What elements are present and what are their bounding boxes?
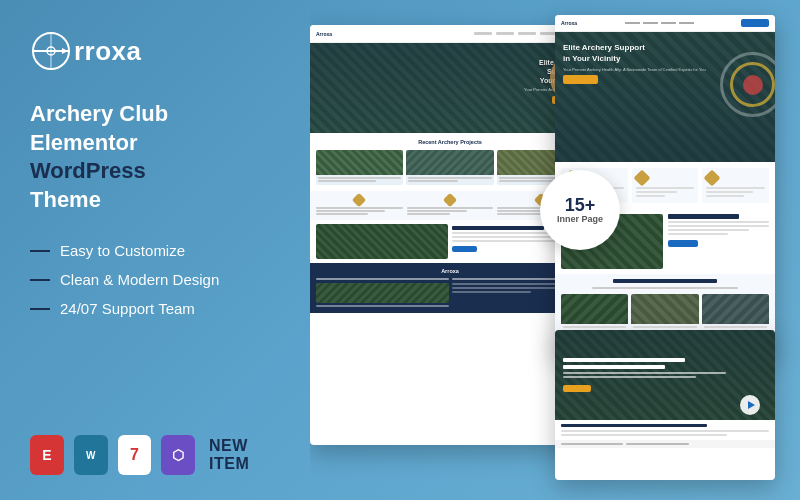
box-badge: ⬡ bbox=[161, 435, 195, 475]
mock2-services-grid bbox=[561, 294, 769, 330]
mock-project-card-1 bbox=[316, 150, 403, 185]
mock-about-img bbox=[316, 224, 448, 259]
new-item-label: NEW ITEM bbox=[209, 437, 280, 473]
mock-blog-img-1 bbox=[316, 283, 449, 303]
mock-nav-link-2 bbox=[496, 32, 514, 35]
features-list: Easy to Customize Clean & Modern Design … bbox=[30, 242, 280, 329]
mock2-about-line-1 bbox=[668, 221, 770, 223]
mock3-hero bbox=[555, 330, 775, 420]
mock2-service-line-2 bbox=[633, 326, 696, 328]
mock2-feat-3 bbox=[702, 168, 769, 203]
dash-icon-3 bbox=[30, 308, 50, 310]
mock2-service-2 bbox=[631, 294, 698, 330]
mock3-sub-2 bbox=[563, 376, 696, 378]
mock-projects-section: Recent Archery Projects bbox=[310, 133, 590, 191]
mock2-about-text bbox=[668, 214, 770, 269]
left-panel: rroxa Archery Club Elementor WordPress T… bbox=[0, 0, 310, 500]
mock-feat-line-1a bbox=[316, 207, 403, 209]
mock2-target-core bbox=[743, 75, 763, 95]
mock2-service-1 bbox=[561, 294, 628, 330]
mock3-caption-line-1 bbox=[561, 424, 707, 427]
mock-blog-grid bbox=[316, 278, 584, 308]
mock-blog-title: Arroxa bbox=[316, 268, 584, 274]
mock2-feat-line-2a bbox=[636, 187, 695, 189]
mock3-tag-1 bbox=[561, 443, 623, 445]
mock2-service-img-1 bbox=[561, 294, 628, 324]
wordpress-badge: W bbox=[74, 435, 108, 475]
mock2-about-btn bbox=[668, 240, 698, 247]
mock-about-l3 bbox=[452, 240, 558, 242]
title-line1: Archery Club Elementor bbox=[30, 100, 280, 157]
feature-label-1: Easy to Customize bbox=[60, 242, 185, 259]
page-container: rroxa Archery Club Elementor WordPress T… bbox=[0, 0, 800, 500]
feature-item-1: Easy to Customize bbox=[30, 242, 280, 259]
mock-nav-link-3 bbox=[518, 32, 536, 35]
feature-label-3: 24/07 Support Team bbox=[60, 300, 195, 317]
mock3-caption-line-2 bbox=[561, 430, 769, 432]
mock-nav-link-1 bbox=[474, 32, 492, 35]
feature-label-2: Clean & Modern Design bbox=[60, 271, 219, 288]
mock-logo: Arroxa bbox=[316, 31, 332, 37]
mock-blog-l1 bbox=[316, 305, 449, 307]
logo-text: rroxa bbox=[74, 36, 142, 67]
mock2-about-line-3 bbox=[668, 229, 749, 231]
mock3-caption bbox=[555, 420, 775, 440]
mock3-h1-line-2 bbox=[563, 365, 665, 369]
mock2-nav-links bbox=[625, 22, 694, 24]
mock2-feat-2 bbox=[632, 168, 699, 203]
mock3-tag-2 bbox=[626, 443, 688, 445]
box-icon: ⬡ bbox=[172, 447, 184, 463]
mock2-service-img-2 bbox=[631, 294, 698, 324]
logo: rroxa bbox=[30, 30, 280, 72]
mock-nav: Arroxa bbox=[310, 25, 590, 43]
mockup-third bbox=[555, 330, 775, 480]
mock3-cta bbox=[563, 385, 591, 392]
mock2-target bbox=[720, 52, 775, 117]
inner-pages-badge: 15+ Inner Page bbox=[540, 170, 620, 250]
mock2-feat-line-3a bbox=[706, 187, 765, 189]
mock-feature-1 bbox=[316, 195, 403, 216]
seven-icon: 7 bbox=[130, 446, 139, 464]
mock2-service-3 bbox=[702, 294, 769, 330]
mock-feat-line-1c bbox=[316, 213, 368, 215]
feature-item-3: 24/07 Support Team bbox=[30, 300, 280, 317]
mock-about-h bbox=[452, 226, 544, 230]
mock-blog-l3 bbox=[452, 287, 558, 289]
mock3-tags bbox=[555, 440, 775, 448]
mock2-nav: Arroxa bbox=[555, 15, 775, 32]
mock-about-btn bbox=[452, 246, 477, 252]
dash-icon-2 bbox=[30, 279, 50, 281]
mock-nav-links bbox=[474, 32, 558, 35]
elementor-badge: E bbox=[30, 435, 64, 475]
mock2-target-inner bbox=[730, 62, 775, 107]
mock2-services-sub bbox=[592, 287, 738, 289]
mock2-navlink-4 bbox=[679, 22, 694, 24]
wordpress-icon: W bbox=[86, 450, 95, 461]
feature-item-2: Clean & Modern Design bbox=[30, 271, 280, 288]
mock3-play-btn[interactable] bbox=[740, 395, 760, 415]
mock2-about-heading bbox=[668, 214, 739, 219]
svg-marker-2 bbox=[62, 48, 68, 54]
mock2-logo: Arroxa bbox=[561, 20, 577, 26]
mock-feat-line-2b bbox=[407, 210, 468, 212]
elementor-icon: E bbox=[42, 447, 51, 463]
mock2-about-line-2 bbox=[668, 225, 770, 227]
bottom-row: E W 7 ⬡ NEW ITEM bbox=[30, 435, 280, 475]
inner-pages-text: Inner Page bbox=[557, 214, 603, 225]
mock2-feat-line-3b bbox=[706, 191, 753, 193]
mock-blog-section: Arroxa bbox=[310, 263, 590, 313]
mock2-feat-icon-3 bbox=[704, 170, 721, 187]
mock2-service-line-1 bbox=[563, 326, 626, 328]
mock-feat-icon-1 bbox=[352, 193, 366, 207]
mock2-navlink-3 bbox=[661, 22, 676, 24]
mock2-feat-line-2b bbox=[636, 191, 677, 193]
mock2-hero-btn bbox=[563, 75, 598, 84]
mock-projects-grid bbox=[316, 150, 584, 185]
title-line3: Theme bbox=[30, 186, 280, 215]
logo-icon bbox=[30, 30, 72, 72]
mock-project-img-2 bbox=[406, 150, 493, 175]
mock2-services bbox=[555, 274, 775, 335]
mock2-feat-icon-2 bbox=[633, 170, 650, 187]
mock3-play-icon bbox=[748, 401, 755, 409]
mock3-sub-1 bbox=[563, 372, 726, 374]
